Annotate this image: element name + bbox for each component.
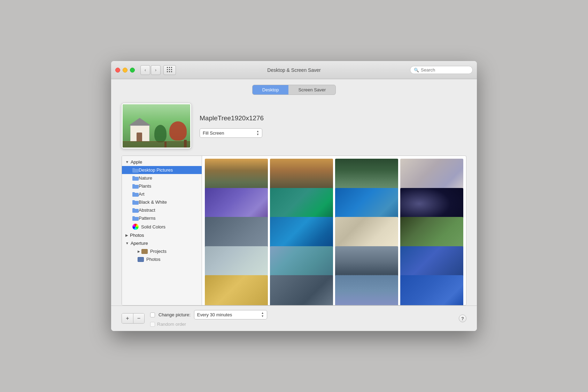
back-button[interactable]: ‹ bbox=[140, 65, 150, 75]
fill-select-text: Fill Screen bbox=[203, 130, 224, 136]
chevron-up-icon: ▲ bbox=[261, 312, 264, 315]
sidebar-item-desktop-pictures[interactable]: Desktop Pictures bbox=[122, 166, 202, 174]
sidebar-item-art[interactable]: Art bbox=[122, 190, 202, 198]
sidebar-item-nature[interactable]: Nature bbox=[122, 174, 202, 182]
disclosure-arrow-apple: ▼ bbox=[125, 160, 129, 164]
folder-icon bbox=[132, 176, 139, 181]
sidebar-item-label: Projects bbox=[150, 249, 167, 254]
nav-buttons: ‹ › bbox=[140, 65, 161, 75]
folder-icon bbox=[132, 208, 139, 213]
minimize-button[interactable] bbox=[123, 68, 127, 73]
close-button[interactable] bbox=[115, 68, 120, 73]
preview-info: MapleTree1920x1276 Fill Screen ▲ ▼ bbox=[200, 114, 466, 138]
remove-button[interactable]: − bbox=[133, 314, 144, 323]
disclosure-arrow-photos: ▶ bbox=[125, 233, 128, 237]
stepper-icon: ▲ ▼ bbox=[256, 130, 259, 136]
wallpaper-thumb-18[interactable] bbox=[270, 275, 333, 305]
search-icon: 🔍 bbox=[414, 68, 419, 73]
add-remove-buttons: + − bbox=[122, 313, 145, 324]
bottom-bar: + − Change picture: Every 30 minutes ▲ ▼… bbox=[111, 306, 477, 331]
disclosure-arrow-aperture: ▼ bbox=[125, 241, 129, 245]
photos-section-label: Photos bbox=[130, 233, 144, 238]
sidebar-section-apple[interactable]: ▼ Apple bbox=[122, 158, 202, 166]
sidebar-item-label: Abstract bbox=[139, 208, 155, 213]
random-order-label: Random order bbox=[157, 322, 186, 327]
browser-area: ▼ Apple Desktop Pictures Nature bbox=[122, 156, 466, 306]
sidebar-item-label: Solid Colors bbox=[141, 224, 165, 229]
sidebar-item-label: Nature bbox=[139, 175, 152, 181]
sidebar-item-label: Photos bbox=[146, 257, 160, 262]
search-box[interactable]: 🔍 bbox=[410, 66, 473, 74]
tab-desktop[interactable]: Desktop bbox=[253, 85, 289, 95]
traffic-lights bbox=[115, 68, 135, 73]
sidebar-item-label: Patterns bbox=[139, 216, 155, 221]
color-sphere-icon bbox=[132, 224, 139, 230]
sidebar-item-label: Art bbox=[139, 191, 145, 197]
folder-icon bbox=[132, 192, 139, 197]
change-picture-checkbox[interactable] bbox=[150, 312, 155, 317]
chevron-down-icon: ▼ bbox=[261, 315, 264, 318]
maximize-button[interactable] bbox=[130, 68, 135, 73]
image-grid bbox=[202, 156, 466, 305]
sidebar-item-abstract[interactable]: Abstract bbox=[122, 206, 202, 214]
fill-select[interactable]: Fill Screen ▲ ▼ bbox=[200, 128, 262, 138]
sidebar-item-patterns[interactable]: Patterns bbox=[122, 214, 202, 222]
folder-icon bbox=[132, 200, 139, 205]
sidebar-item-aperture-photos[interactable]: Photos bbox=[122, 255, 202, 263]
interval-stepper: ▲ ▼ bbox=[261, 312, 264, 318]
wallpaper-thumb-17[interactable] bbox=[205, 275, 268, 305]
tab-screen-saver[interactable]: Screen Saver bbox=[288, 85, 335, 95]
disclosure-arrow-projects: ▶ bbox=[138, 250, 140, 253]
interval-select[interactable]: Every 30 minutes ▲ ▼ bbox=[194, 310, 267, 319]
preview-name: MapleTree1920x1276 bbox=[200, 114, 466, 122]
sidebar-item-black-white[interactable]: Black & White bbox=[122, 198, 202, 206]
add-button[interactable]: + bbox=[122, 314, 133, 323]
change-picture-row: Change picture: Every 30 minutes ▲ ▼ bbox=[150, 310, 453, 319]
main-window: ‹ › Desktop & Screen Saver 🔍 Desktop Scr… bbox=[111, 61, 477, 331]
wallpaper-thumb-19[interactable] bbox=[335, 275, 398, 305]
folder-icon bbox=[132, 184, 139, 189]
sidebar-item-label: Desktop Pictures bbox=[139, 167, 173, 173]
main-content: MapleTree1920x1276 Fill Screen ▲ ▼ ▼ App… bbox=[111, 100, 477, 306]
folder-icon bbox=[132, 216, 139, 221]
wallpaper-thumb-20[interactable] bbox=[400, 275, 463, 305]
change-picture-label: Change picture: bbox=[158, 312, 191, 317]
grid-view-button[interactable] bbox=[163, 65, 176, 75]
sidebar-item-solid-colors[interactable]: Solid Colors bbox=[122, 222, 202, 231]
preview-area: MapleTree1920x1276 Fill Screen ▲ ▼ bbox=[122, 100, 466, 156]
tab-group: Desktop Screen Saver bbox=[252, 85, 336, 95]
help-button[interactable]: ? bbox=[459, 315, 466, 322]
forward-button[interactable]: › bbox=[151, 65, 161, 75]
sidebar-section-photos[interactable]: ▶ Photos bbox=[122, 231, 202, 239]
chevron-up-icon: ▲ bbox=[256, 130, 259, 133]
sidebar-item-label: Black & White bbox=[139, 199, 167, 205]
tabs-bar: Desktop Screen Saver bbox=[111, 79, 477, 100]
sidebar-item-projects[interactable]: ▶ Projects bbox=[122, 247, 202, 255]
random-order-checkbox[interactable] bbox=[150, 322, 155, 327]
sidebar-section-aperture[interactable]: ▼ Aperture bbox=[122, 239, 202, 247]
sidebar-item-label: Plants bbox=[139, 183, 151, 189]
interval-label: Every 30 minutes bbox=[197, 312, 232, 317]
search-input[interactable] bbox=[421, 67, 469, 73]
aperture-section-label: Aperture bbox=[131, 241, 148, 246]
sidebar-item-plants[interactable]: Plants bbox=[122, 182, 202, 190]
random-order-row: Random order bbox=[150, 322, 453, 327]
apple-section-label: Apple bbox=[131, 159, 142, 165]
titlebar: ‹ › Desktop & Screen Saver 🔍 bbox=[111, 61, 477, 79]
window-title: Desktop & Screen Saver bbox=[267, 67, 320, 73]
sidebar: ▼ Apple Desktop Pictures Nature bbox=[122, 156, 202, 305]
preview-thumbnail bbox=[122, 103, 191, 149]
chevron-down-icon: ▼ bbox=[256, 133, 259, 136]
folder-icon bbox=[132, 168, 139, 173]
